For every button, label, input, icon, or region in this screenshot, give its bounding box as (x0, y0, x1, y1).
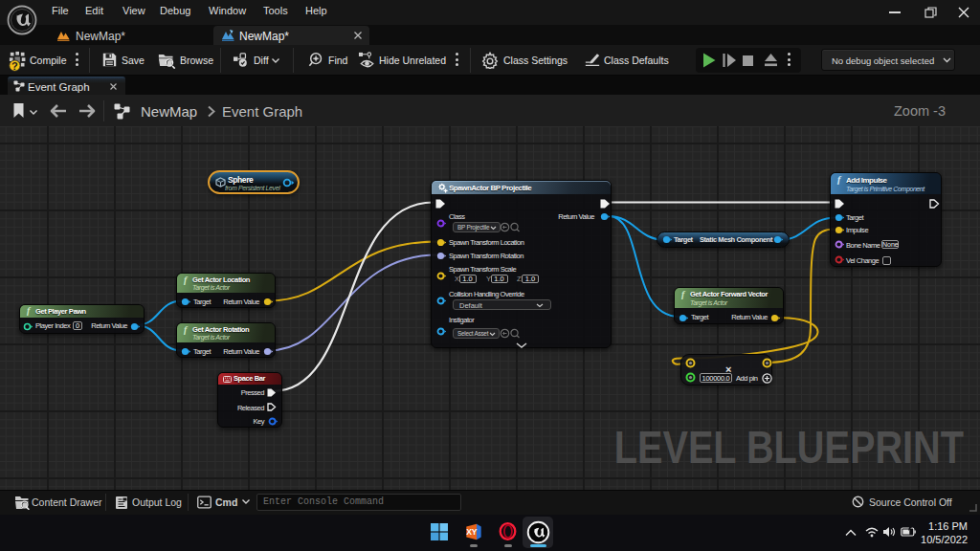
svg-text:?: ? (11, 60, 18, 72)
svg-text:XY: XY (466, 527, 478, 537)
